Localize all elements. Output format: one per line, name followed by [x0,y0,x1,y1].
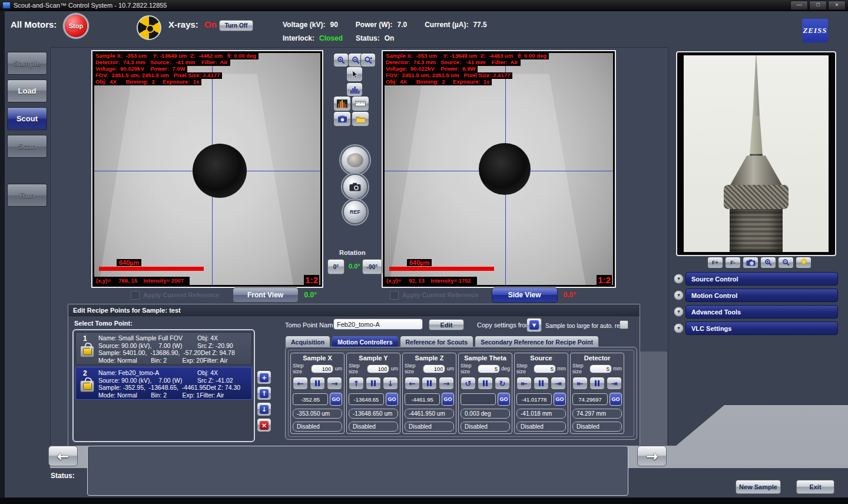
side-view-button[interactable]: Side View [492,287,558,303]
jog-plus-button[interactable]: ⇥ [551,377,566,390]
go-button[interactable]: GO [610,393,622,406]
edit-button[interactable]: Edit [429,319,464,330]
focus-minus-button[interactable]: F- [725,257,741,268]
jog-minus-button[interactable]: ⇤ [572,377,588,390]
tab-acquisition[interactable]: Acquisition [285,336,330,347]
ruler-button[interactable] [352,96,369,111]
target-position-input[interactable] [405,393,440,405]
expand-source-control-button[interactable]: ▾ [674,274,684,284]
step-unit-label: mm [557,366,566,372]
ref-button[interactable]: REF [343,200,367,224]
sidebar-item-scout[interactable]: Scout [7,107,47,130]
step-size-input[interactable] [311,364,333,373]
jog-pause-button[interactable] [310,377,325,390]
exit-button[interactable]: Exit [796,480,834,494]
zoom-in-button[interactable] [333,53,349,67]
front-xray-image[interactable]: Sample X: -353 um Y: -13649 um Z: -4462 … [94,53,320,285]
rotate-0-button[interactable]: 0° [327,259,344,274]
go-button[interactable]: GO [330,393,342,406]
step-size-input[interactable] [534,364,556,373]
accordion-source-control-header[interactable]: Source Control [685,272,838,286]
jog-pause-button[interactable] [422,377,437,390]
unlock-icon[interactable] [80,380,94,392]
jog-plus-button[interactable]: → [327,377,342,390]
unlock-icon[interactable] [80,346,94,357]
tomo-point-item-1[interactable]: 1 Name: Small Sample Full FOVObj: 4X Sou… [75,332,252,365]
step-size-input[interactable] [423,364,445,373]
save-image-button[interactable] [333,111,351,127]
copy-settings-dropdown[interactable]: ▼ [526,318,542,332]
jog-minus-button[interactable]: ← [405,377,420,390]
step-size-input[interactable] [478,364,500,373]
step-size-input[interactable] [589,364,612,373]
close-button[interactable]: × [828,1,846,10]
minimize-button[interactable]: — [790,1,808,10]
previous-step-button[interactable]: ← [48,446,78,466]
zoom-in-button[interactable] [760,257,776,268]
histogram-button[interactable] [346,82,363,97]
step-size-input[interactable] [367,364,389,373]
accordion-vlc-settings-header[interactable]: VLC Settings [685,321,838,335]
tab-secondary-reference-for-recipe-point[interactable]: Secondary Reference for Recipe Point [475,336,599,347]
go-button[interactable]: GO [442,393,454,406]
all-motors-stop-button[interactable]: Stop [65,15,87,37]
tab-motion-controllers[interactable]: Motion Controllers [332,336,398,347]
zoom-fit-button[interactable] [360,53,376,67]
expand-motion-control-button[interactable]: ▾ [674,290,684,300]
open-folder-button[interactable] [352,111,369,127]
accordion-advanced-tools-header[interactable]: Advanced Tools [685,305,838,319]
move-tomo-point-down-button[interactable]: ↓ [257,402,271,416]
expand-vlc-settings-button[interactable]: ▾ [674,323,684,333]
jog-pause-button[interactable] [534,377,549,390]
target-position-input[interactable] [461,393,496,405]
go-button[interactable]: GO [554,393,566,406]
capture-image-button[interactable] [342,174,368,200]
jog-plus-button[interactable]: ↻ [495,377,510,390]
target-position-input[interactable] [349,393,384,405]
accordion-motion-control-header[interactable]: Motion Control [685,289,838,302]
apply-current-reference-checkbox[interactable] [131,291,140,300]
jog-minus-button[interactable]: ⇤ [516,377,532,390]
pointer-tool-button[interactable] [346,67,363,82]
sample-pipette [747,116,765,154]
target-position-input[interactable] [572,393,608,405]
side-xray-image[interactable]: Sample X: -353 um Y: -13649 um Z: -4463 … [385,53,613,285]
next-step-button[interactable]: → [637,446,667,466]
jog-minus-button[interactable]: ← [293,377,308,390]
turn-off-button[interactable]: Turn Off [219,20,253,31]
maximize-button[interactable]: □ [809,1,827,10]
jog-minus-icon: ↺ [465,380,472,387]
jog-minus-button[interactable]: ↺ [461,377,476,390]
apply-current-reference-checkbox[interactable] [390,291,399,300]
expand-advanced-tools-button[interactable]: ▾ [674,307,684,317]
sample-camera-view-button[interactable] [340,145,370,175]
move-tomo-point-up-button[interactable]: ↑ [257,386,271,400]
sidebar-item-load[interactable]: Load [7,79,47,102]
jog-plus-button[interactable]: ↓ [383,377,398,390]
rotate-minus90-button[interactable]: -90° [362,259,382,274]
go-button[interactable]: GO [386,393,398,406]
too-large-checkbox[interactable] [620,320,628,329]
jog-minus-icon: ⇤ [577,380,584,387]
jog-minus-button[interactable]: ↑ [349,377,364,390]
levels-button[interactable] [333,96,351,111]
new-sample-button[interactable]: New Sample [736,480,781,494]
delete-tomo-point-button[interactable]: × [257,418,271,432]
snapshot-button[interactable] [743,257,758,268]
add-tomo-point-button[interactable]: + [257,370,271,384]
front-view-button[interactable]: Front View [233,287,299,303]
zoom-out-button[interactable] [778,257,794,268]
go-button[interactable]: GO [498,393,510,406]
tab-reference-for-scouts[interactable]: Reference for Scouts [400,336,474,347]
target-position-input[interactable] [293,393,328,405]
focus-plus-button[interactable]: F+ [707,257,723,268]
jog-plus-button[interactable]: → [439,377,454,390]
tomo-point-item-2[interactable]: 2 Name: Feb20_tomo-AObj: 4X Source: 90.0… [75,367,252,400]
tomo-point-name-input[interactable] [333,319,423,330]
light-button[interactable] [796,257,811,268]
jog-plus-button[interactable]: ⇥ [607,377,622,390]
jog-pause-button[interactable] [478,377,493,390]
jog-pause-button[interactable] [589,377,605,390]
jog-pause-button[interactable] [366,377,381,390]
target-position-input[interactable] [516,393,552,405]
